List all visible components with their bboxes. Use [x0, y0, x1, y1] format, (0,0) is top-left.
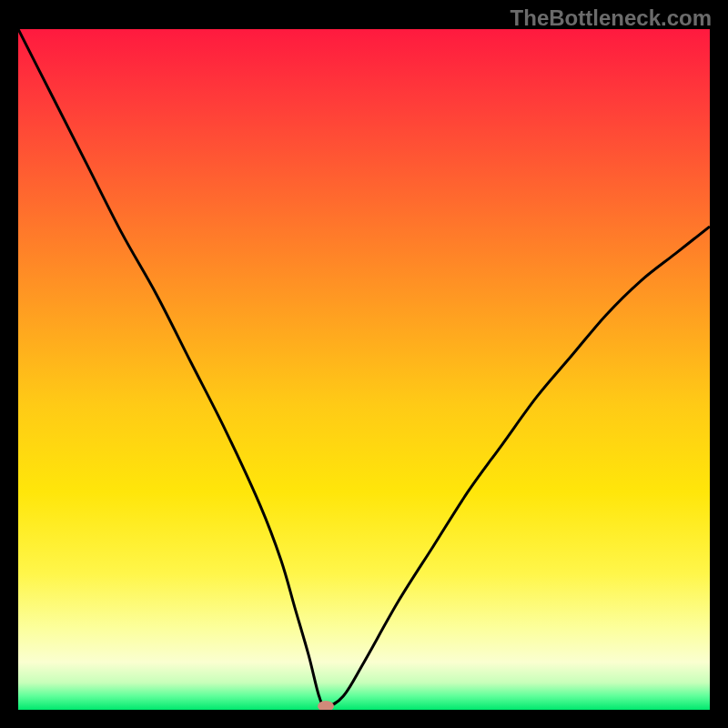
bottleneck-curve	[18, 29, 710, 710]
watermark-text: TheBottleneck.com	[511, 5, 712, 31]
chart-frame: TheBottleneck.com	[0, 0, 728, 728]
optimal-point-marker	[318, 701, 334, 711]
plot-area	[18, 29, 710, 710]
curve-path	[18, 29, 710, 706]
